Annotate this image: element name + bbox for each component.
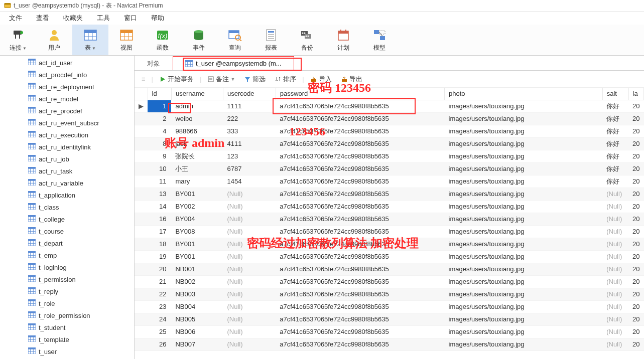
table-row[interactable]: 9张院长123a7cf41c6537065fe724cc9980f8b5635i… bbox=[135, 150, 644, 162]
cell-last[interactable]: 20 bbox=[628, 213, 644, 225]
cell-last[interactable]: 20 bbox=[628, 112, 644, 125]
cell-password[interactable]: a7cf41c6537065fe724cc9980f8b5635 bbox=[276, 162, 444, 175]
tree-item-act_ru_variable[interactable]: act_ru_variable bbox=[0, 177, 134, 189]
tree-item-t_course[interactable]: t_course bbox=[0, 225, 134, 237]
cell-password[interactable]: a7cf41c6537065fe724cc9980f8b5635 bbox=[276, 100, 444, 112]
cell-photo[interactable]: images/users/touxiang.jpg bbox=[445, 150, 603, 162]
cell-usercode[interactable]: (Null) bbox=[223, 225, 276, 238]
export-button[interactable]: 导出 bbox=[338, 74, 365, 85]
menu-1[interactable]: 查看 bbox=[30, 13, 55, 24]
cell-username[interactable]: NB001 bbox=[171, 263, 223, 275]
col-usercode[interactable]: usercode bbox=[223, 88, 276, 100]
cell-username[interactable]: admin bbox=[171, 100, 223, 112]
cell-usercode[interactable]: (Null) bbox=[223, 325, 276, 338]
table-row[interactable]: 8jack4111a7cf41c6537065fe724cc9980f8b563… bbox=[135, 137, 644, 150]
cell-photo[interactable]: images/users/touxiang.jpg bbox=[445, 137, 603, 150]
cell-password[interactable]: a7cf41c6537065fe724cc9980f8b5635 bbox=[276, 150, 444, 162]
cell-photo[interactable]: images/users/touxiang.jpg bbox=[445, 300, 603, 313]
cell-id[interactable]: 8 bbox=[148, 137, 171, 150]
cell-password[interactable]: a7cf41c6537065fe724cc9980f8b5635 bbox=[276, 200, 444, 213]
cell-last[interactable]: 20 bbox=[628, 288, 644, 300]
menu-0[interactable]: 文件 bbox=[3, 13, 28, 24]
toolbar-表[interactable]: 表▼ bbox=[72, 25, 108, 55]
cell-last[interactable]: 20 bbox=[628, 275, 644, 288]
tree-item-act_ru_job[interactable]: act_ru_job bbox=[0, 153, 134, 165]
toolbar-计划[interactable]: 计划 bbox=[325, 25, 361, 55]
cell-username[interactable]: 小王 bbox=[171, 162, 223, 175]
tab-objects[interactable]: 对象 bbox=[135, 56, 173, 70]
tree-item-act_ru_execution[interactable]: act_ru_execution bbox=[0, 129, 134, 141]
toggle-fields-icon[interactable]: ≡ bbox=[139, 74, 149, 84]
cell-salt[interactable]: (Null) bbox=[602, 263, 628, 275]
cell-last[interactable]: 20 bbox=[628, 250, 644, 263]
cell-last[interactable]: 20 bbox=[628, 162, 644, 175]
cell-usercode[interactable]: (Null) bbox=[223, 263, 276, 275]
table-row[interactable]: 25NB006(Null)a7cf41c6537065fe724cc9980f8… bbox=[135, 325, 644, 338]
cell-id[interactable]: 10 bbox=[148, 162, 171, 175]
cell-username[interactable]: BY004 bbox=[171, 213, 223, 225]
cell-salt[interactable]: (Null) bbox=[602, 225, 628, 238]
table-row[interactable]: 17BY008(Null)a7cf41c6537065fe724cc9980f8… bbox=[135, 225, 644, 238]
cell-last[interactable]: 20 bbox=[628, 238, 644, 250]
cell-id[interactable]: 4 bbox=[148, 125, 171, 137]
cell-last[interactable]: 20 bbox=[628, 137, 644, 150]
filter-button[interactable]: 筛选 bbox=[241, 74, 269, 85]
cell-username[interactable]: NB005 bbox=[171, 313, 223, 325]
cell-photo[interactable]: images/users/touxiang.jpg bbox=[445, 188, 603, 200]
cell-salt[interactable]: 你好 bbox=[602, 137, 628, 150]
cell-usercode[interactable]: 4111 bbox=[223, 137, 276, 150]
cell-username[interactable]: NB004 bbox=[171, 300, 223, 313]
cell-username[interactable]: BY001 bbox=[171, 238, 223, 250]
table-row[interactable]: 14BY002(Null)a7cf41c6537065fe724cc9980f8… bbox=[135, 200, 644, 213]
cell-salt[interactable]: (Null) bbox=[602, 300, 628, 313]
tree-item-act_id_user[interactable]: act_id_user bbox=[0, 57, 134, 69]
cell-last[interactable]: 20 bbox=[628, 188, 644, 200]
tree-item-act_procdef_info[interactable]: act_procdef_info bbox=[0, 69, 134, 81]
cell-photo[interactable]: images/users/touxiang.jpg bbox=[445, 100, 603, 112]
cell-password[interactable]: a7cf41c6537065fe724cc9980f8b5635 bbox=[276, 112, 444, 125]
tree-item-t_role_permission[interactable]: t_role_permission bbox=[0, 309, 134, 321]
cell-last[interactable]: 20 bbox=[628, 200, 644, 213]
cell-photo[interactable]: images/users/touxiang.jpg bbox=[445, 162, 603, 175]
cell-password[interactable]: a7cf41c6537065fe724cc9980f8b5635 bbox=[276, 125, 444, 137]
cell-salt[interactable]: (Null) bbox=[602, 200, 628, 213]
cell-username[interactable]: NB003 bbox=[171, 288, 223, 300]
cell-username[interactable]: jack bbox=[171, 137, 223, 150]
cell-username[interactable]: weibo bbox=[171, 112, 223, 125]
tree-item-t_user[interactable]: t_user bbox=[0, 345, 134, 357]
cell-usercode[interactable]: 1454 bbox=[223, 175, 276, 188]
toolbar-备份[interactable]: 备份 bbox=[289, 25, 325, 55]
cell-id[interactable]: 22 bbox=[148, 288, 171, 300]
cell-photo[interactable]: images/users/touxiang.jpg bbox=[445, 288, 603, 300]
tree-item-act_ru_task[interactable]: act_ru_task bbox=[0, 165, 134, 177]
tree-item-act_ru_event_subscr[interactable]: act_ru_event_subscr bbox=[0, 117, 134, 129]
toolbar-视图[interactable]: 视图 bbox=[108, 25, 145, 55]
cell-password[interactable]: a7cf41c6537065fe724cc9980f8b5635 bbox=[276, 300, 444, 313]
toolbar-查询[interactable]: 查询 bbox=[217, 25, 253, 55]
col-id[interactable]: id bbox=[148, 88, 171, 100]
table-row[interactable]: 22NB003(Null)a7cf41c6537065fe724cc9980f8… bbox=[135, 288, 644, 300]
cell-usercode[interactable]: (Null) bbox=[223, 338, 276, 350]
table-row[interactable]: 24NB005(Null)a7cf41c6537065fe724cc9980f8… bbox=[135, 313, 644, 325]
cell-id[interactable]: 20 bbox=[148, 263, 171, 275]
cell-usercode[interactable]: (Null) bbox=[223, 188, 276, 200]
cell-password[interactable]: a7cf41c6537065fe724cc9980f8b5635 bbox=[276, 175, 444, 188]
cell-username[interactable]: NB006 bbox=[171, 325, 223, 338]
toolbar-事件[interactable]: 事件 bbox=[181, 25, 217, 55]
toolbar-连接[interactable]: 连接▼ bbox=[0, 25, 36, 55]
tree-item-t_permission[interactable]: t_permission bbox=[0, 273, 134, 285]
cell-last[interactable]: 20 bbox=[628, 175, 644, 188]
cell-last[interactable]: 20 bbox=[628, 338, 644, 350]
cell-username[interactable]: mary bbox=[171, 175, 223, 188]
table-row[interactable]: 20NB001(Null)a7cf41c6537065fe724cc9980f8… bbox=[135, 263, 644, 275]
cell-password[interactable]: a7cf41c6537065fe724cc9980f8b5635 bbox=[276, 225, 444, 238]
cell-last[interactable]: 20 bbox=[628, 100, 644, 112]
cell-id[interactable]: 26 bbox=[148, 338, 171, 350]
tree-item-t_template[interactable]: t_template bbox=[0, 333, 134, 345]
cell-usercode[interactable]: (Null) bbox=[223, 238, 276, 250]
cell-salt[interactable]: (Null) bbox=[602, 188, 628, 200]
cell-salt[interactable]: (Null) bbox=[602, 238, 628, 250]
cell-photo[interactable]: images/users/touxiang.jpg bbox=[445, 263, 603, 275]
cell-username[interactable]: BY001 bbox=[171, 250, 223, 263]
cell-usercode[interactable]: 123 bbox=[223, 150, 276, 162]
